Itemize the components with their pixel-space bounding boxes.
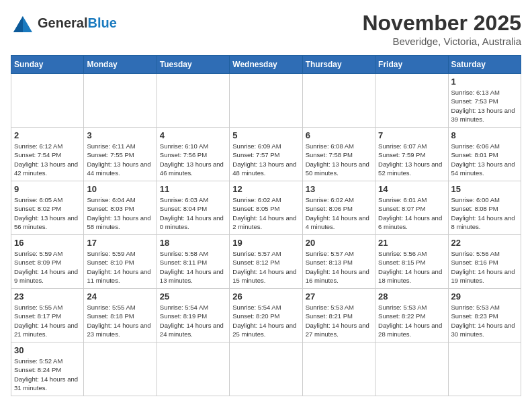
day-number: 30 (14, 345, 81, 355)
day-info: Sunrise: 6:00 AMSunset: 8:08 PMDaylight:… (451, 195, 518, 231)
calendar-empty-cell (375, 74, 448, 128)
calendar-day-27: 27Sunrise: 5:53 AMSunset: 8:21 PMDayligh… (302, 289, 375, 342)
calendar-day-8: 8Sunrise: 6:06 AMSunset: 8:01 PMDaylight… (448, 128, 521, 181)
calendar-day-18: 18Sunrise: 5:58 AMSunset: 8:11 PMDayligh… (157, 235, 229, 289)
calendar-empty-cell (157, 342, 229, 396)
day-info: Sunrise: 6:04 AMSunset: 8:03 PMDaylight:… (87, 195, 153, 231)
calendar-title-area: November 2025 Beveridge, Victoria, Austr… (362, 11, 521, 47)
calendar-day-21: 21Sunrise: 5:56 AMSunset: 8:15 PMDayligh… (375, 235, 448, 289)
day-info: Sunrise: 5:57 AMSunset: 8:12 PMDaylight:… (232, 249, 299, 285)
calendar-day-7: 7Sunrise: 6:07 AMSunset: 7:59 PMDaylight… (375, 128, 448, 181)
day-info: Sunrise: 6:02 AMSunset: 8:05 PMDaylight:… (232, 195, 299, 231)
calendar-body: 1Sunrise: 6:13 AMSunset: 7:53 PMDaylight… (11, 74, 521, 396)
day-info: Sunrise: 6:03 AMSunset: 8:04 PMDaylight:… (160, 195, 226, 231)
calendar-header: SundayMondayTuesdayWednesdayThursdayFrid… (11, 56, 521, 74)
day-info: Sunrise: 5:54 AMSunset: 8:20 PMDaylight:… (232, 303, 299, 338)
calendar-week-row: 16Sunrise: 5:59 AMSunset: 8:09 PMDayligh… (11, 235, 521, 289)
day-info: Sunrise: 5:53 AMSunset: 8:23 PMDaylight:… (451, 303, 518, 338)
calendar-week-row: 2Sunrise: 6:12 AMSunset: 7:54 PMDaylight… (11, 128, 521, 181)
calendar-empty-cell (302, 342, 375, 396)
calendar-day-26: 26Sunrise: 5:54 AMSunset: 8:20 PMDayligh… (230, 289, 302, 342)
calendar-week-row: 30Sunrise: 5:52 AMSunset: 8:24 PMDayligh… (11, 342, 521, 396)
weekday-header-thursday: Thursday (302, 56, 375, 74)
calendar-day-4: 4Sunrise: 6:10 AMSunset: 7:56 PMDaylight… (157, 128, 229, 181)
calendar-empty-cell (302, 74, 375, 128)
weekday-header-wednesday: Wednesday (230, 56, 302, 74)
calendar-empty-cell (157, 74, 229, 128)
day-info: Sunrise: 5:56 AMSunset: 8:15 PMDaylight:… (378, 249, 445, 285)
day-number: 16 (14, 238, 81, 248)
day-number: 20 (306, 238, 372, 248)
day-number: 9 (14, 184, 81, 194)
calendar-day-2: 2Sunrise: 6:12 AMSunset: 7:54 PMDaylight… (11, 128, 84, 181)
day-info: Sunrise: 5:58 AMSunset: 8:11 PMDaylight:… (160, 249, 226, 285)
weekday-header-tuesday: Tuesday (157, 56, 229, 74)
day-number: 28 (378, 291, 445, 302)
day-number: 24 (87, 291, 153, 302)
day-number: 8 (451, 130, 518, 140)
day-info: Sunrise: 5:52 AMSunset: 8:24 PMDaylight:… (14, 357, 81, 392)
day-info: Sunrise: 5:56 AMSunset: 8:16 PMDaylight:… (451, 249, 518, 285)
day-number: 18 (160, 238, 226, 248)
day-number: 22 (451, 238, 518, 248)
calendar-empty-cell (84, 342, 157, 396)
calendar-day-30: 30Sunrise: 5:52 AMSunset: 8:24 PMDayligh… (11, 342, 84, 396)
calendar-empty-cell (11, 74, 84, 128)
day-info: Sunrise: 6:10 AMSunset: 7:56 PMDaylight:… (160, 142, 226, 177)
calendar-day-1: 1Sunrise: 6:13 AMSunset: 7:53 PMDaylight… (448, 74, 521, 128)
day-number: 3 (87, 130, 153, 140)
day-info: Sunrise: 6:02 AMSunset: 8:06 PMDaylight:… (306, 195, 372, 231)
day-info: Sunrise: 6:09 AMSunset: 7:57 PMDaylight:… (232, 142, 299, 177)
day-number: 17 (87, 238, 153, 248)
day-number: 19 (232, 238, 299, 248)
calendar-day-20: 20Sunrise: 5:57 AMSunset: 8:13 PMDayligh… (302, 235, 375, 289)
calendar-day-28: 28Sunrise: 5:53 AMSunset: 8:22 PMDayligh… (375, 289, 448, 342)
calendar-week-row: 23Sunrise: 5:55 AMSunset: 8:17 PMDayligh… (11, 289, 521, 342)
day-info: Sunrise: 6:13 AMSunset: 7:53 PMDaylight:… (451, 88, 518, 124)
page-header: GeneralBlue November 2025 Beveridge, Vic… (11, 11, 521, 47)
logo: GeneralBlue (11, 11, 117, 35)
calendar-title: November 2025 (362, 11, 521, 36)
day-number: 7 (378, 130, 445, 140)
day-number: 25 (160, 291, 226, 302)
day-info: Sunrise: 5:53 AMSunset: 8:21 PMDaylight:… (306, 303, 372, 338)
calendar-empty-cell (230, 342, 302, 396)
weekday-header-row: SundayMondayTuesdayWednesdayThursdayFrid… (11, 56, 521, 74)
calendar-day-5: 5Sunrise: 6:09 AMSunset: 7:57 PMDaylight… (230, 128, 302, 181)
logo-icon (11, 11, 35, 35)
calendar-day-14: 14Sunrise: 6:01 AMSunset: 8:07 PMDayligh… (375, 181, 448, 235)
calendar-day-12: 12Sunrise: 6:02 AMSunset: 8:05 PMDayligh… (230, 181, 302, 235)
day-number: 10 (87, 184, 153, 194)
day-number: 6 (306, 130, 372, 140)
day-number: 1 (451, 77, 518, 87)
day-info: Sunrise: 6:07 AMSunset: 7:59 PMDaylight:… (378, 142, 445, 177)
day-info: Sunrise: 6:05 AMSunset: 8:02 PMDaylight:… (14, 195, 81, 231)
day-info: Sunrise: 5:57 AMSunset: 8:13 PMDaylight:… (306, 249, 372, 285)
day-number: 5 (232, 130, 299, 140)
calendar-day-10: 10Sunrise: 6:04 AMSunset: 8:03 PMDayligh… (84, 181, 157, 235)
day-info: Sunrise: 6:11 AMSunset: 7:55 PMDaylight:… (87, 142, 153, 177)
day-number: 23 (14, 291, 81, 302)
day-number: 2 (14, 130, 81, 140)
calendar-day-29: 29Sunrise: 5:53 AMSunset: 8:23 PMDayligh… (448, 289, 521, 342)
calendar-day-25: 25Sunrise: 5:54 AMSunset: 8:19 PMDayligh… (157, 289, 229, 342)
day-info: Sunrise: 6:01 AMSunset: 8:07 PMDaylight:… (378, 195, 445, 231)
calendar-day-24: 24Sunrise: 5:55 AMSunset: 8:18 PMDayligh… (84, 289, 157, 342)
calendar-day-16: 16Sunrise: 5:59 AMSunset: 8:09 PMDayligh… (11, 235, 84, 289)
calendar-day-13: 13Sunrise: 6:02 AMSunset: 8:06 PMDayligh… (302, 181, 375, 235)
day-number: 21 (378, 238, 445, 248)
day-number: 14 (378, 184, 445, 194)
calendar-day-9: 9Sunrise: 6:05 AMSunset: 8:02 PMDaylight… (11, 181, 84, 235)
calendar-day-11: 11Sunrise: 6:03 AMSunset: 8:04 PMDayligh… (157, 181, 229, 235)
day-info: Sunrise: 5:55 AMSunset: 8:17 PMDaylight:… (14, 303, 81, 338)
weekday-header-monday: Monday (84, 56, 157, 74)
svg-marker-1 (13, 16, 23, 32)
day-info: Sunrise: 5:59 AMSunset: 8:10 PMDaylight:… (87, 249, 153, 285)
day-info: Sunrise: 6:08 AMSunset: 7:58 PMDaylight:… (306, 142, 372, 177)
day-info: Sunrise: 5:55 AMSunset: 8:18 PMDaylight:… (87, 303, 153, 338)
calendar-day-23: 23Sunrise: 5:55 AMSunset: 8:17 PMDayligh… (11, 289, 84, 342)
day-number: 4 (160, 130, 226, 140)
calendar-empty-cell (448, 342, 521, 396)
calendar-week-row: 1Sunrise: 6:13 AMSunset: 7:53 PMDaylight… (11, 74, 521, 128)
day-number: 13 (306, 184, 372, 194)
